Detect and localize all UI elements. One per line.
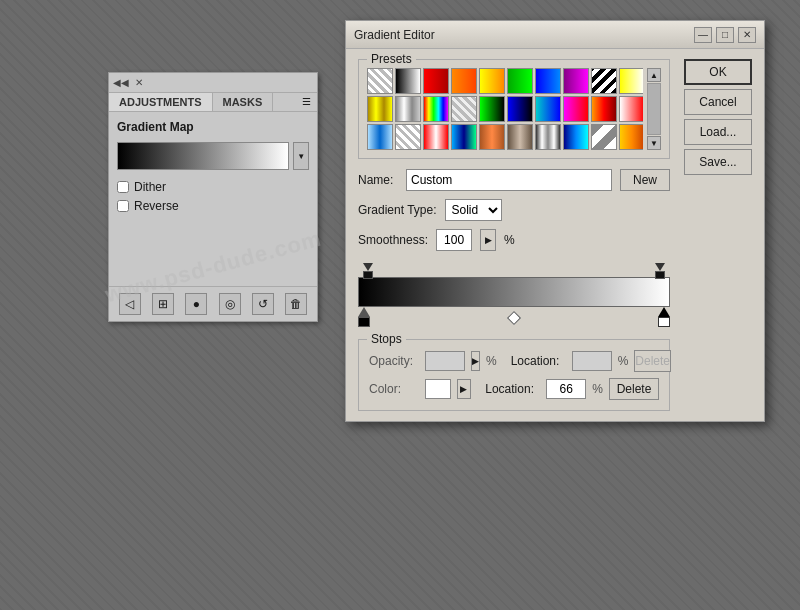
preset-swatch-4[interactable] <box>451 68 477 94</box>
panel-menu-icon[interactable]: ☰ <box>296 93 317 111</box>
preset-swatch-21[interactable] <box>367 124 393 150</box>
close-icon[interactable]: ✕ <box>135 77 143 88</box>
preset-swatch-9[interactable] <box>591 68 617 94</box>
preset-swatch-7[interactable] <box>535 68 561 94</box>
name-input[interactable] <box>406 169 612 191</box>
close-dialog-btn[interactable]: ✕ <box>738 27 756 43</box>
opacity-stop-row: Opacity: ▶ % Location: % Delete <box>369 350 659 372</box>
scroll-track[interactable] <box>647 83 661 135</box>
eye-btn[interactable]: ◎ <box>219 293 241 315</box>
preset-swatch-13[interactable] <box>423 96 449 122</box>
color-stops-row <box>358 307 670 329</box>
save-button[interactable]: Save... <box>684 149 752 175</box>
back-btn[interactable]: ◁ <box>119 293 141 315</box>
color-step-btn[interactable]: ▶ <box>457 379 472 399</box>
preset-swatch-10[interactable] <box>619 68 643 94</box>
midpoint-diamond[interactable] <box>507 311 521 325</box>
preset-swatch-23[interactable] <box>423 124 449 150</box>
maximize-btn[interactable]: □ <box>716 27 734 43</box>
opacity-stop-left[interactable] <box>362 263 374 277</box>
preset-swatch-22[interactable] <box>395 124 421 150</box>
color-stop-right[interactable] <box>658 307 670 327</box>
preset-scrollbar: ▲ ▼ <box>647 68 661 150</box>
color-location-input[interactable] <box>546 379 586 399</box>
cancel-button[interactable]: Cancel <box>684 89 752 115</box>
preset-swatch-30[interactable] <box>619 124 643 150</box>
tab-adjustments[interactable]: ADJUSTMENTS <box>109 93 213 111</box>
preset-swatch-14[interactable] <box>451 96 477 122</box>
scroll-up-btn[interactable]: ▲ <box>647 68 661 82</box>
ok-button[interactable]: OK <box>684 59 752 85</box>
presets-group: Presets <box>358 59 670 159</box>
panel-footer: ◁ ⊞ ● ◎ ↺ 🗑 <box>109 286 317 321</box>
preset-swatch-24[interactable] <box>451 124 477 150</box>
opacity-value-input[interactable] <box>425 351 465 371</box>
preset-swatch-8[interactable] <box>563 68 589 94</box>
preset-swatch-1[interactable] <box>367 68 393 94</box>
gradient-editor-dialog: Gradient Editor — □ ✕ OK Cancel Load... … <box>345 20 765 422</box>
preset-swatch-5[interactable] <box>479 68 505 94</box>
name-row: Name: New <box>358 169 670 191</box>
gradient-preview[interactable] <box>117 142 289 170</box>
presets-area: Presets <box>358 59 670 159</box>
circle-btn[interactable]: ● <box>185 293 207 315</box>
preset-swatch-26[interactable] <box>507 124 533 150</box>
new-button[interactable]: New <box>620 169 670 191</box>
preset-swatch-19[interactable] <box>591 96 617 122</box>
dither-label: Dither <box>134 180 166 194</box>
rotate-btn[interactable]: ↺ <box>252 293 274 315</box>
presets-grid <box>367 68 643 150</box>
adj-tabs: ADJUSTMENTS MASKS ☰ <box>109 93 317 112</box>
adjustments-titlebar: ◀◀ ✕ <box>109 73 317 93</box>
preset-swatch-11[interactable] <box>367 96 393 122</box>
color-location-percent: % <box>592 382 603 396</box>
preset-swatch-12[interactable] <box>395 96 421 122</box>
delete-color-btn[interactable]: Delete <box>609 378 659 400</box>
dialog-action-buttons: OK Cancel Load... Save... <box>684 59 752 175</box>
opacity-step-btn[interactable]: ▶ <box>471 351 480 371</box>
preset-swatch-17[interactable] <box>535 96 561 122</box>
preset-swatch-28[interactable] <box>563 124 589 150</box>
dither-checkbox[interactable] <box>117 181 129 193</box>
load-button[interactable]: Load... <box>684 119 752 145</box>
reverse-label: Reverse <box>134 199 179 213</box>
preset-swatch-29[interactable] <box>591 124 617 150</box>
presets-inner: ▲ ▼ <box>367 68 661 150</box>
adjustments-body: Gradient Map ▼ Dither Reverse <box>109 112 317 226</box>
type-select[interactable]: Solid Noise <box>445 199 502 221</box>
presets-grid-wrapper <box>367 68 643 150</box>
preset-swatch-3[interactable] <box>423 68 449 94</box>
preset-swatch-15[interactable] <box>479 96 505 122</box>
preset-swatch-20[interactable] <box>619 96 643 122</box>
minimize-btn[interactable]: — <box>694 27 712 43</box>
trash-btn[interactable]: 🗑 <box>285 293 307 315</box>
type-label: Gradient Type: <box>358 203 437 217</box>
smoothness-input[interactable] <box>436 229 472 251</box>
reverse-checkbox[interactable] <box>117 200 129 212</box>
scroll-down-btn[interactable]: ▼ <box>647 136 661 150</box>
collapse-icon[interactable]: ◀◀ <box>113 77 129 88</box>
preset-swatch-2[interactable] <box>395 68 421 94</box>
preset-swatch-6[interactable] <box>507 68 533 94</box>
smoothness-label: Smoothness: <box>358 233 428 247</box>
color-location-label: Location: <box>485 382 540 396</box>
adjustments-panel: ◀◀ ✕ ADJUSTMENTS MASKS ☰ Gradient Map ▼ … <box>108 72 318 322</box>
preset-swatch-27[interactable] <box>535 124 561 150</box>
gradient-dropdown-btn[interactable]: ▼ <box>293 142 309 170</box>
color-stop-row: Color: ▶ Location: % Delete <box>369 378 659 400</box>
opacity-stop-right[interactable] <box>654 263 666 277</box>
color-preview[interactable] <box>425 379 451 399</box>
opacity-location-input[interactable] <box>572 351 612 371</box>
color-stop-left[interactable] <box>358 307 370 327</box>
gradient-main-bar[interactable] <box>358 277 670 307</box>
smoothness-step-btn[interactable]: ▶ <box>480 229 496 251</box>
preset-swatch-18[interactable] <box>563 96 589 122</box>
dialog-titlebar: Gradient Editor — □ ✕ <box>346 21 764 49</box>
dialog-title: Gradient Editor <box>354 28 435 42</box>
preset-swatch-16[interactable] <box>507 96 533 122</box>
image-btn[interactable]: ⊞ <box>152 293 174 315</box>
opacity-location-percent: % <box>618 354 629 368</box>
tab-masks[interactable]: MASKS <box>213 93 274 111</box>
delete-opacity-btn[interactable]: Delete <box>634 350 671 372</box>
preset-swatch-25[interactable] <box>479 124 505 150</box>
